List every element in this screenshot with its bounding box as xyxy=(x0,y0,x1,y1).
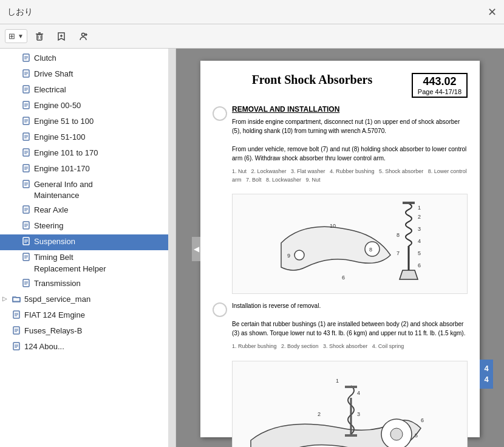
delete-button[interactable] xyxy=(30,28,49,45)
sidebar-item-transmission[interactable]: Transmission xyxy=(0,276,175,292)
book-icon-engine0050 xyxy=(22,101,32,111)
book-icon-engine101170b xyxy=(22,164,32,174)
view-dropdown-button[interactable]: ⊞ ▼ xyxy=(5,29,27,43)
circle-decoration-2 xyxy=(213,302,227,317)
sidebar-item-electrical[interactable]: Electrical xyxy=(0,83,175,98)
spacer xyxy=(12,253,21,261)
svg-text:6: 6 xyxy=(342,275,345,281)
svg-text:4: 4 xyxy=(418,238,421,244)
book-icon-timingbelt xyxy=(22,253,32,263)
svg-text:2: 2 xyxy=(418,214,421,220)
sidebar-item-label-transmission: Transmission xyxy=(34,278,81,289)
sidebar-item-label-steering: Steering xyxy=(34,220,63,231)
book-icon-fusesrelays xyxy=(12,326,22,336)
svg-text:8: 8 xyxy=(397,232,400,238)
svg-text:7: 7 xyxy=(397,250,400,256)
spacer xyxy=(12,117,21,125)
svg-text:10: 10 xyxy=(330,223,336,229)
spacer xyxy=(12,206,21,213)
shock-diagram-svg: 1 2 3 4 5 6 7 8 8 9 xyxy=(233,194,463,292)
spacer xyxy=(2,311,11,318)
toolbar: ⊞ ▼ xyxy=(0,24,504,49)
page-container: ◀ Front Shock Absorbers 443.02 Page 44-1… xyxy=(200,61,480,437)
spacer xyxy=(12,86,21,93)
sidebar-item-fiat124[interactable]: FIAT 124 Emgine xyxy=(0,308,175,324)
sidebar-item-engine101170b[interactable]: Engine 101-170 xyxy=(0,162,175,177)
sidebar-item-label-engine101170: Engine 101 to 170 xyxy=(34,148,98,159)
spacer xyxy=(12,133,21,140)
sidebar-item-label-suspension: Suspension xyxy=(34,236,75,247)
svg-point-7 xyxy=(81,33,84,36)
sidebar-item-generalinfo[interactable]: General Info andMaintenance xyxy=(0,177,175,203)
book-icon-fiat124 xyxy=(12,310,22,321)
page-ref: 443.02 xyxy=(418,75,461,88)
sidebar-item-label-driveshaft: Drive Shaft xyxy=(34,69,73,80)
view-icon: ⊞ xyxy=(9,32,15,41)
svg-text:3: 3 xyxy=(418,226,421,232)
sidebar-item-label-timingbelt: Timing BeltReplacement Helper xyxy=(34,252,106,274)
sidebar-item-engine0050[interactable]: Engine 00-50 xyxy=(0,98,175,114)
parts-list-1: 1. Nut 2. Lockwasher 3. Flat washer 4. R… xyxy=(232,168,468,184)
svg-text:4: 4 xyxy=(357,390,360,396)
svg-text:5: 5 xyxy=(418,250,421,256)
spacer xyxy=(12,165,21,172)
sidebar-item-engine101170[interactable]: Engine 101 to 170 xyxy=(0,146,175,162)
book-icon-engine51100 xyxy=(22,117,32,127)
book-icon-suspension xyxy=(22,237,32,247)
sidebar-item-label-5spd: 5spd_service_man xyxy=(24,294,90,305)
spacer xyxy=(12,180,21,188)
book-icon-rearaxle xyxy=(22,205,32,216)
spacer xyxy=(12,222,21,229)
spacer xyxy=(2,327,11,334)
page-number-box: 443.02 Page 44-17/18 xyxy=(412,73,468,98)
sidebar-item-suspension[interactable]: Suspension xyxy=(0,234,175,250)
book-icon-electrical xyxy=(22,85,32,95)
diagram-top: 1 2 3 4 5 6 7 8 8 9 xyxy=(232,194,468,294)
diagram-bottom: 1 2 3 4 5 6 xyxy=(232,361,468,448)
sidebar-item-label-engine51100: Engine 51 to 100 xyxy=(34,116,94,127)
page-nav-left[interactable]: ◀ xyxy=(192,237,200,261)
book-icon-124about xyxy=(12,342,22,352)
bookmark-add-icon xyxy=(56,31,67,42)
sidebar-item-label-clutch: Clutch xyxy=(34,53,56,64)
svg-text:6: 6 xyxy=(421,417,424,423)
sidebar-item-5spd[interactable]: ▷ 5spd_service_man xyxy=(0,292,175,308)
sidebar-scrollbar[interactable] xyxy=(168,49,175,447)
sidebar-item-driveshaft[interactable]: Drive Shaft xyxy=(0,67,175,83)
section1-title: REMOVAL AND INSTALLATION xyxy=(232,105,468,114)
sidebar-item-rearaxle[interactable]: Rear Axle xyxy=(0,203,175,219)
sidebar-item-124about[interactable]: 124 Abou... xyxy=(0,340,175,355)
sidebar-item-fusesrelays[interactable]: Fuses_Relays-B xyxy=(0,324,175,340)
book-icon-engine101170 xyxy=(22,148,32,159)
share-button[interactable] xyxy=(73,28,93,45)
book-icon-engine51100b xyxy=(22,132,32,143)
sidebar-item-clutch[interactable]: Clutch xyxy=(0,51,175,67)
svg-rect-65 xyxy=(13,298,20,301)
sidebar-item-engine51100b[interactable]: Engine 51-100 xyxy=(0,130,175,146)
spacer xyxy=(12,54,21,61)
book-icon xyxy=(22,53,32,64)
spacer xyxy=(12,237,21,245)
sidebar-item-steering[interactable]: Steering xyxy=(0,219,175,234)
add-bookmark-button[interactable] xyxy=(52,28,71,45)
sidebar: Clutch Drive Shaft Electrical xyxy=(0,49,176,447)
sidebar-item-label-engine51100b: Engine 51-100 xyxy=(34,132,86,143)
folder-icon-5spd xyxy=(12,295,22,305)
spacer xyxy=(2,343,11,350)
sidebar-item-label-fusesrelays: Fuses_Relays-B xyxy=(24,326,82,336)
page-sub: Page 44-17/18 xyxy=(418,88,461,95)
sidebar-item-engine51100[interactable]: Engine 51 to 100 xyxy=(0,114,175,130)
close-button[interactable]: ✕ xyxy=(488,7,497,18)
svg-text:2: 2 xyxy=(318,411,321,417)
sidebar-item-label-rearaxle: Rear Axle xyxy=(34,205,68,216)
section1-text: From inside engine compartment, disconne… xyxy=(232,117,468,163)
page-header: Front Shock Absorbers 443.02 Page 44-17/… xyxy=(213,73,468,98)
svg-text:1: 1 xyxy=(418,205,421,211)
svg-rect-0 xyxy=(37,35,42,40)
svg-text:1: 1 xyxy=(336,378,339,384)
expand-arrow-5spd[interactable]: ▷ xyxy=(2,295,11,302)
book-icon-driveshaft xyxy=(22,69,32,80)
sidebar-item-timingbelt[interactable]: Timing BeltReplacement Helper xyxy=(0,250,175,276)
book-icon-generalinfo xyxy=(22,180,32,190)
top-bar-title: しおり xyxy=(7,7,33,18)
